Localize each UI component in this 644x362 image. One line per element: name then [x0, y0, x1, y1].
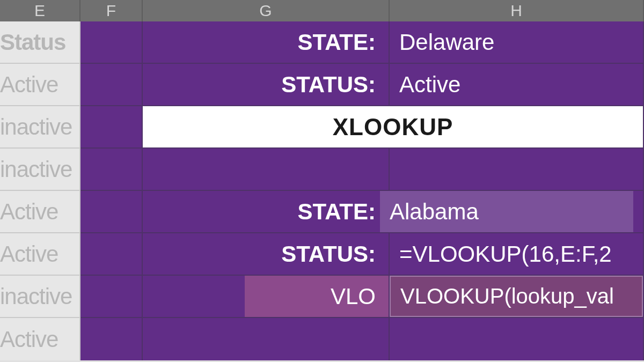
- col-header-e[interactable]: E: [0, 0, 80, 21]
- cell-f7[interactable]: [80, 276, 143, 318]
- cell-f8[interactable]: [80, 318, 143, 360]
- cell-h6-formula[interactable]: =VLOOKUP(16,E:F,2: [390, 233, 644, 276]
- cell-g6-status-label[interactable]: STATUS:: [143, 233, 390, 276]
- cell-e7[interactable]: inactive: [0, 276, 80, 318]
- vlo-spacer: [143, 276, 245, 317]
- cell-f4[interactable]: [80, 149, 143, 191]
- cell-h7-tooltip[interactable]: VLOOKUP(lookup_val: [390, 276, 644, 318]
- cell-e3[interactable]: inactive: [0, 106, 80, 149]
- cell-e2[interactable]: Active: [0, 64, 80, 106]
- cell-g2-status-label[interactable]: STATUS:: [143, 64, 390, 106]
- cell-e5[interactable]: Active: [0, 191, 80, 233]
- col-header-h[interactable]: H: [390, 0, 644, 21]
- cell-f2[interactable]: [80, 64, 143, 106]
- row-2: Active STATUS: Active: [0, 64, 644, 106]
- row-1: Status STATE: Delaware: [0, 21, 644, 64]
- cell-f6[interactable]: [80, 233, 143, 276]
- cell-h5-state-value[interactable]: Alabama: [390, 191, 644, 233]
- cell-h1-state-value[interactable]: Delaware: [390, 21, 644, 64]
- cell-g5-state-label[interactable]: STATE:: [143, 191, 390, 233]
- cell-g7-vlo[interactable]: VLO: [143, 276, 390, 318]
- cell-h8[interactable]: [390, 318, 644, 360]
- alabama-highlight: Alabama: [380, 191, 633, 232]
- row-6: Active STATUS: =VLOOKUP(16,E:F,2: [0, 233, 644, 276]
- cell-g1-state-label[interactable]: STATE:: [143, 21, 390, 64]
- cell-g4[interactable]: [143, 149, 390, 191]
- cell-e6[interactable]: Active: [0, 233, 80, 276]
- spreadsheet-grid: Status STATE: Delaware Active STATUS: Ac…: [0, 21, 644, 362]
- row-3: inactive XLOOKUP: [0, 106, 644, 149]
- column-headers: E F G H: [0, 0, 644, 21]
- row-4: inactive: [0, 149, 644, 191]
- col-header-g[interactable]: G: [143, 0, 390, 21]
- cell-h2-status-value[interactable]: Active: [390, 64, 644, 106]
- cell-f5[interactable]: [80, 191, 143, 233]
- cell-e4[interactable]: inactive: [0, 149, 80, 191]
- cell-gh3-xlookup[interactable]: XLOOKUP: [143, 106, 644, 149]
- row-8: Active: [0, 318, 644, 360]
- col-header-f[interactable]: F: [80, 0, 143, 21]
- cell-g8[interactable]: [143, 318, 390, 360]
- cell-h4[interactable]: [390, 149, 644, 191]
- row-7: inactive VLO VLOOKUP(lookup_val: [0, 276, 644, 318]
- cell-e8[interactable]: Active: [0, 318, 80, 360]
- cell-f3[interactable]: [80, 106, 143, 149]
- formula-tooltip: VLOOKUP(lookup_val: [390, 276, 643, 317]
- cell-f1[interactable]: [80, 21, 143, 64]
- cell-e1[interactable]: Status: [0, 21, 80, 64]
- row-5: Active STATE: Alabama: [0, 191, 644, 233]
- vlo-label: VLO: [245, 276, 389, 317]
